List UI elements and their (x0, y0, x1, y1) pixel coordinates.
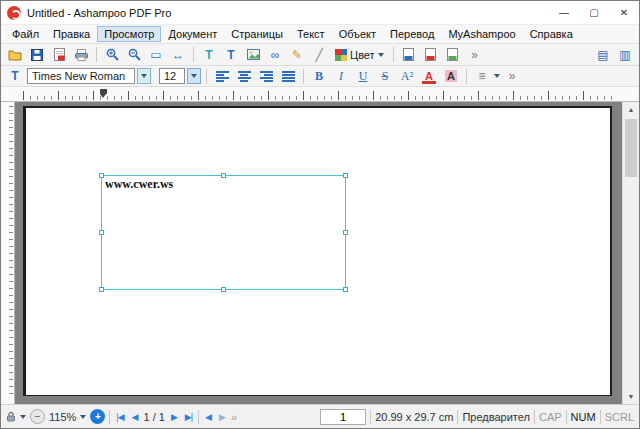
highlight-color-button[interactable]: A (441, 67, 461, 85)
zoom-in-button[interactable]: + (90, 409, 105, 424)
zoom-out-button[interactable] (124, 46, 144, 64)
underline-button[interactable]: U (353, 67, 373, 85)
font-size-dropdown-button[interactable] (187, 68, 201, 84)
export-doc-red-icon (425, 48, 436, 61)
scrollbar-thumb[interactable] (625, 119, 637, 177)
superscript-button[interactable]: A² (397, 67, 417, 85)
page-number-field[interactable] (320, 409, 366, 425)
panel-toggle-button[interactable]: ▤ (593, 46, 613, 64)
open-button[interactable] (5, 46, 25, 64)
page-position: 1 / 1 (144, 411, 165, 423)
scroll-up-button[interactable]: ▲ (623, 102, 639, 117)
vertical-scrollbar[interactable]: ▲ ▼ (622, 102, 639, 404)
color-button[interactable]: Цвет (331, 46, 388, 64)
resize-handle-top-middle[interactable] (221, 173, 226, 178)
edit-text-button[interactable]: T (221, 46, 241, 64)
scrollbar-track[interactable] (623, 117, 639, 389)
last-page-button[interactable]: ▶| (183, 412, 194, 422)
eyedropper-button[interactable]: ╱ (309, 46, 329, 64)
font-family-select[interactable]: Times New Roman (27, 68, 135, 84)
zoom-out-button[interactable]: − (30, 409, 45, 424)
indent-marker[interactable] (100, 89, 107, 94)
separator (303, 69, 304, 84)
menu-myashampoo[interactable]: MyAshampoo (441, 26, 522, 42)
menu-translate[interactable]: Перевод (383, 26, 441, 42)
resize-handle-bottom-middle[interactable] (221, 287, 226, 292)
menu-view[interactable]: Просмотр (97, 26, 161, 42)
lock-icon[interactable] (6, 411, 16, 422)
resize-handle-bottom-right[interactable] (343, 287, 348, 292)
menu-object[interactable]: Объект (332, 26, 383, 42)
minimize-button[interactable]: — (549, 1, 579, 24)
zoom-dropdown-icon[interactable] (80, 415, 86, 419)
add-text-button[interactable]: T (199, 46, 219, 64)
maximize-button[interactable]: ▢ (579, 1, 609, 24)
resize-handle-bottom-left[interactable] (99, 287, 104, 292)
separator (457, 410, 458, 424)
app-window: Untitled - Ashampoo PDF Pro — ▢ ✕ Файл П… (0, 0, 640, 429)
resize-handle-top-left[interactable] (99, 173, 104, 178)
resize-handle-middle-right[interactable] (343, 230, 348, 235)
menu-file[interactable]: Файл (5, 26, 46, 42)
textbox-text[interactable]: www.cwer.ws (105, 177, 173, 192)
export-html-button[interactable] (443, 46, 463, 64)
align-center-button[interactable] (234, 67, 254, 85)
line-spacing-button[interactable]: ≡ (472, 67, 492, 85)
chevron-down-icon[interactable] (494, 74, 500, 78)
history-forward-button[interactable]: ▶ (217, 412, 227, 422)
print-button[interactable] (71, 46, 91, 64)
save-button[interactable] (27, 46, 47, 64)
toolbar-main: ▭ ↔ T T ∞ ✎ ╱ Цвет » ▤ ▥ (1, 44, 639, 66)
history-back-button[interactable]: ◀ (203, 412, 213, 422)
zoom-out-icon (128, 48, 141, 61)
zoom-in-button[interactable] (102, 46, 122, 64)
resize-handle-top-right[interactable] (343, 173, 348, 178)
statusbar-overflow-button[interactable]: » (231, 411, 237, 423)
document-area: www.cwer.ws ▲ ▼ (1, 102, 639, 404)
pdf-page[interactable]: www.cwer.ws (23, 106, 612, 396)
menu-edit[interactable]: Правка (46, 26, 97, 42)
insert-link-button[interactable]: ∞ (265, 46, 285, 64)
export-pdf-button[interactable] (49, 46, 69, 64)
export-image-button[interactable] (421, 46, 441, 64)
strikethrough-button[interactable]: S (375, 67, 395, 85)
align-justify-button[interactable] (278, 67, 298, 85)
italic-button[interactable]: I (331, 67, 351, 85)
previous-page-button[interactable]: ◀ (130, 412, 140, 422)
document-canvas[interactable]: www.cwer.ws (15, 102, 622, 404)
fit-page-button[interactable]: ▭ (146, 46, 166, 64)
insert-image-button[interactable] (243, 46, 263, 64)
export-word-button[interactable] (399, 46, 419, 64)
menu-help[interactable]: Справка (523, 26, 580, 42)
first-page-button[interactable]: |◀ (114, 412, 125, 422)
separator (370, 410, 371, 424)
resize-handle-middle-left[interactable] (99, 230, 104, 235)
font-color-button[interactable]: A (419, 67, 439, 85)
draw-button[interactable]: ✎ (287, 46, 307, 64)
menu-text[interactable]: Текст (290, 26, 332, 42)
toolbar-text-overflow-button[interactable]: » (502, 67, 522, 85)
align-left-button[interactable] (212, 67, 232, 85)
menu-pages[interactable]: Страницы (224, 26, 290, 42)
bold-button[interactable]: B (309, 67, 329, 85)
font-family-dropdown-button[interactable] (137, 68, 151, 84)
chevron-down-icon[interactable] (20, 415, 26, 419)
separator (466, 69, 467, 84)
zoom-level: 115% (49, 411, 76, 423)
align-left-icon (216, 70, 229, 82)
sidebar-toggle-button[interactable]: ▥ (615, 46, 635, 64)
close-button[interactable]: ✕ (609, 1, 639, 24)
scroll-down-button[interactable]: ▼ (623, 389, 639, 404)
menu-document[interactable]: Документ (161, 26, 224, 42)
next-page-button[interactable]: ▶ (169, 412, 179, 422)
align-right-button[interactable] (256, 67, 276, 85)
num-lock-indicator: NUM (571, 411, 596, 423)
chevron-down-icon (191, 74, 197, 78)
selected-textbox[interactable]: www.cwer.ws (101, 175, 346, 290)
export-pdf-icon (54, 48, 65, 61)
fit-width-button[interactable]: ↔ (168, 46, 188, 64)
font-size-select[interactable]: 12 (159, 68, 185, 84)
toolbar-main-overflow-button[interactable]: » (465, 46, 485, 64)
color-button-label: Цвет (350, 49, 375, 61)
save-icon (31, 49, 43, 61)
